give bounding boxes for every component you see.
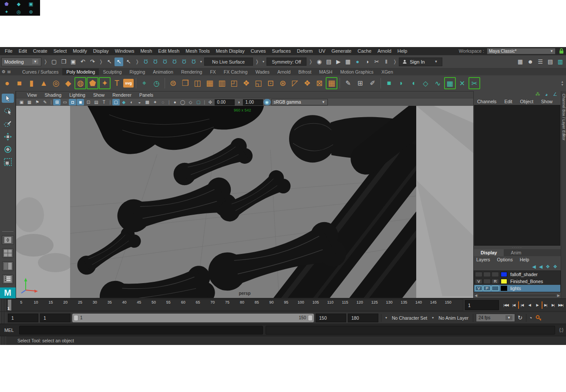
- workspace-dropdown[interactable]: Maya Classic* ▼: [487, 48, 556, 54]
- current-frame-field[interactable]: 1: [465, 300, 499, 310]
- menu-windows[interactable]: Windows: [112, 48, 138, 54]
- quad-draw-icon[interactable]: ■: [383, 77, 395, 89]
- render-settings-icon[interactable]: ▦: [344, 57, 352, 66]
- shadows-icon[interactable]: ▩: [144, 99, 151, 105]
- poly-disc-icon[interactable]: ◍: [74, 77, 86, 89]
- channel-menu-edit[interactable]: Edit: [504, 99, 520, 104]
- render-sequence-icon[interactable]: ▤: [324, 57, 333, 66]
- channel-menu-channels[interactable]: Channels: [477, 99, 504, 104]
- layer-menu-options[interactable]: Options: [497, 257, 520, 262]
- shelf-tab-bifrost[interactable]: Bifrost: [294, 68, 315, 75]
- play-backwards-button[interactable]: ◀: [526, 301, 533, 309]
- layer-visibility-toggle[interactable]: [475, 272, 482, 277]
- group-separator[interactable]: ❭: [254, 59, 260, 64]
- separate-icon[interactable]: ❒: [179, 77, 191, 89]
- menu-deform[interactable]: Deform: [294, 48, 316, 54]
- step-forward-frame-button[interactable]: ▶|: [549, 301, 556, 309]
- render-view-icon[interactable]: ◉: [315, 57, 323, 66]
- menu-modify[interactable]: Modify: [70, 48, 90, 54]
- layer-reference-toggle[interactable]: R: [492, 279, 499, 284]
- save-scene-icon[interactable]: ▣: [69, 57, 77, 66]
- go-to-start-button[interactable]: |◀◀: [502, 301, 509, 309]
- triangulate-icon[interactable]: ◸: [289, 77, 301, 89]
- menu-cache[interactable]: Cache: [354, 48, 374, 54]
- mirror-icon[interactable]: ◫: [192, 77, 203, 89]
- smart-extrude-icon[interactable]: ▦: [326, 77, 337, 89]
- layout-four-pane-button[interactable]: [2, 248, 13, 258]
- command-language-label[interactable]: MEL: [0, 328, 17, 333]
- quadrangulate-icon[interactable]: ❖: [301, 77, 313, 89]
- layer-visibility-toggle[interactable]: V: [475, 286, 482, 291]
- smooth-icon[interactable]: ❖: [240, 77, 252, 89]
- play-forwards-button[interactable]: ▶: [534, 301, 541, 309]
- poly-text-icon[interactable]: T: [111, 77, 123, 89]
- menu-display[interactable]: Display: [90, 48, 112, 54]
- select-tool[interactable]: [2, 94, 14, 103]
- channel-box-toggle-icon[interactable]: ▥: [556, 57, 565, 66]
- rotate-tool[interactable]: [2, 145, 14, 154]
- group-separator[interactable]: ❭: [391, 59, 398, 64]
- poly-plane-icon[interactable]: ◆: [62, 77, 74, 89]
- color-management-icon[interactable]: ◉: [263, 99, 271, 105]
- platonic-solid-icon[interactable]: ⬟: [87, 77, 98, 89]
- layer-color-swatch[interactable]: [501, 286, 507, 291]
- range-start-handle[interactable]: [74, 315, 78, 321]
- colorspace-dropdown[interactable]: sRGB gamma ▼: [271, 99, 328, 105]
- animation-start-field[interactable]: 1: [8, 314, 38, 322]
- safe-title-icon[interactable]: T: [100, 99, 108, 105]
- character-set-selector[interactable]: No Character Set: [390, 315, 429, 321]
- svg-tool-icon[interactable]: svg: [123, 79, 134, 88]
- auto-keyframe-icon[interactable]: [534, 315, 543, 321]
- menu-select[interactable]: Select: [51, 48, 70, 54]
- multi-cut-icon[interactable]: ✕: [456, 77, 468, 89]
- layer-reference-toggle[interactable]: [492, 286, 499, 291]
- channel-menu-show[interactable]: Show: [541, 99, 560, 104]
- mel-input-field[interactable]: [19, 326, 263, 335]
- isolate-select-icon[interactable]: ▢: [195, 99, 202, 105]
- cube-edit-icon[interactable]: ◇: [420, 77, 431, 89]
- layer-reference-toggle[interactable]: [492, 272, 499, 277]
- layer-row[interactable]: falloff_shader: [474, 271, 560, 278]
- exposure-icon[interactable]: ✣: [207, 99, 214, 105]
- combine-icon[interactable]: ⊜: [167, 77, 179, 89]
- menu-curves[interactable]: Curves: [248, 48, 269, 54]
- select-hierarchy-icon[interactable]: ↖: [105, 57, 114, 66]
- scroll-left-icon[interactable]: ◀: [475, 294, 477, 297]
- playback-start-field[interactable]: 1: [40, 314, 71, 322]
- shelf-tab-animation[interactable]: Animation: [149, 68, 177, 75]
- panel-splitter[interactable]: ·····: [474, 246, 561, 249]
- fill-hole-icon[interactable]: ▥: [216, 77, 228, 89]
- chevron-down-icon[interactable]: ▾: [384, 316, 388, 320]
- empty-layer-icon[interactable]: ❖: [546, 264, 550, 270]
- curve-cv-icon[interactable]: ✐: [367, 77, 378, 89]
- gate-mask-icon[interactable]: ◙: [77, 99, 84, 105]
- camera-attributes-icon[interactable]: ▦: [26, 99, 33, 105]
- layout-single-pane-button[interactable]: [2, 235, 14, 245]
- ipr-render-icon[interactable]: ▶: [334, 57, 343, 66]
- move-tool[interactable]: [2, 132, 14, 141]
- anim-layer-selector[interactable]: No Anim Layer: [437, 315, 470, 321]
- shelf-gear-icon[interactable]: ⚙: [2, 69, 6, 74]
- ambient-occlusion-icon[interactable]: ✦: [152, 99, 159, 105]
- layer-playback-toggle[interactable]: [483, 272, 491, 277]
- scroll-right-icon[interactable]: ▶: [557, 294, 560, 297]
- snap-to-curve-icon[interactable]: Ω: [151, 57, 160, 66]
- step-forward-key-button[interactable]: ▶|: [542, 301, 549, 309]
- contrast-icon[interactable]: ◑: [235, 99, 243, 105]
- character-controls-icon[interactable]: ☻: [526, 57, 535, 66]
- group-separator[interactable]: ❭: [307, 59, 314, 64]
- channel-box-side-tab[interactable]: Channel Box / Layer Editor: [562, 91, 566, 141]
- shelf-tab-curves-surfaces[interactable]: Curves / Surfaces: [18, 68, 62, 75]
- panel-menu-show[interactable]: Show: [89, 92, 108, 98]
- panel-side-strip[interactable]: Channel Box / Layer Editor: [561, 91, 566, 298]
- xray-joints-icon[interactable]: ◯: [179, 99, 186, 105]
- move-layer-down-icon[interactable]: ◀: [539, 264, 542, 270]
- lattice-icon[interactable]: ⊠: [313, 77, 325, 89]
- workspace-lock-icon[interactable]: [558, 48, 564, 54]
- layer-visibility-toggle[interactable]: V: [475, 279, 482, 284]
- sculpt-icon[interactable]: ◖: [408, 77, 419, 89]
- layer-row[interactable]: VPlights: [474, 285, 560, 292]
- playback-loop-icon[interactable]: ↻: [517, 314, 523, 321]
- sign-in-button[interactable]: Sign In ▼: [399, 57, 442, 66]
- panel-menu-lighting[interactable]: Lighting: [65, 92, 89, 98]
